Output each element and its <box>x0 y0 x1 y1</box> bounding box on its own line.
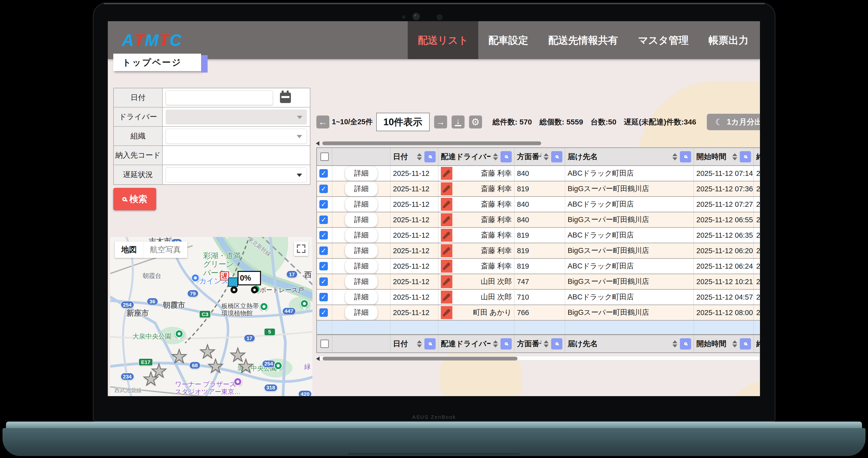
nav-item-4[interactable]: 帳票出力 <box>699 21 758 59</box>
nav-item-1[interactable]: 配車設定 <box>478 21 538 59</box>
sort-icon[interactable] <box>732 153 737 160</box>
sort-icon[interactable] <box>672 153 677 160</box>
edit-pencil-icon[interactable] <box>441 182 452 195</box>
detail-button[interactable]: 詳細 <box>345 181 378 196</box>
delay-status-select[interactable] <box>166 167 307 182</box>
map-place-label: 緑 <box>304 363 311 371</box>
edit-pencil-icon[interactable] <box>441 167 452 180</box>
settings-button[interactable]: ⚙ <box>469 116 482 128</box>
driver-select[interactable] <box>166 110 307 124</box>
detail-button[interactable]: 詳細 <box>345 212 378 227</box>
sort-icon[interactable] <box>544 153 549 160</box>
detail-button[interactable]: 詳細 <box>345 289 378 305</box>
column-search-icon[interactable] <box>551 338 562 349</box>
month-export-button[interactable]: ☾ 1カ月分出力 <box>707 114 760 130</box>
column-search-icon[interactable] <box>740 151 751 162</box>
detail-button[interactable]: 詳細 <box>345 166 378 181</box>
cell-end-time: 2025-11-12 <box>754 181 760 196</box>
column-header-3: 届け先名 <box>565 148 694 165</box>
select-all-checkbox[interactable] <box>320 152 329 161</box>
cell-destination: BigGスーパー町田鶴川店 <box>565 212 694 227</box>
detail-button[interactable]: 詳細 <box>345 197 378 212</box>
nav-item-2[interactable]: 配送先情報共有 <box>538 21 628 59</box>
nav-item-0[interactable]: 配送リスト <box>408 21 478 59</box>
scroll-left-icon[interactable] <box>316 357 320 361</box>
page-size-select[interactable]: 10件表示 <box>376 113 430 131</box>
map-place-label: 大泉中央公園 <box>132 333 172 340</box>
detail-button[interactable]: 詳細 <box>345 228 378 243</box>
edit-pencil-icon[interactable] <box>441 291 452 304</box>
poi-pin-icon[interactable] <box>191 274 199 282</box>
star-marker-icon[interactable]: ★ <box>238 355 254 377</box>
edit-pencil-icon[interactable] <box>441 306 452 319</box>
star-marker-icon[interactable]: ★ <box>143 368 159 389</box>
column-search-icon[interactable] <box>680 151 691 162</box>
sort-icon[interactable] <box>672 340 677 347</box>
table-scrollbar-bottom[interactable] <box>316 356 760 361</box>
star-marker-icon[interactable]: ★ <box>207 355 224 377</box>
cell-end-time: 2025-11-12 <box>754 274 760 289</box>
moon-icon: ☾ <box>715 117 723 127</box>
cell-date: 2025-11-12 <box>391 289 438 305</box>
column-search-icon[interactable] <box>551 151 562 162</box>
nav-item-3[interactable]: マスタ管理 <box>628 21 699 59</box>
scrollbar-thumb[interactable] <box>322 142 541 145</box>
star-marker-icon[interactable]: ★ <box>171 345 187 367</box>
detail-button[interactable]: 詳細 <box>345 243 378 258</box>
row-checkbox[interactable]: ✓ <box>319 185 328 193</box>
row-checkbox[interactable]: ✓ <box>319 293 328 301</box>
date-input[interactable] <box>166 91 273 105</box>
edit-pencil-icon[interactable] <box>441 244 452 257</box>
map[interactable]: 志木市朝霞台朝霞市新座市彩湖・道満 グリーン パークカインズ 朝ボートレース戸板… <box>110 237 312 396</box>
sort-icon[interactable] <box>493 340 498 347</box>
delivery-truck-marker[interactable]: 遅 0% <box>222 269 261 294</box>
table-scrollbar-top[interactable] <box>316 141 760 146</box>
column-search-icon[interactable] <box>500 338 512 349</box>
edit-pencil-icon[interactable] <box>441 260 452 273</box>
sort-icon[interactable] <box>417 153 422 160</box>
detail-button[interactable]: 詳細 <box>345 274 378 289</box>
detail-button[interactable]: 詳細 <box>345 259 378 274</box>
prev-page-button[interactable]: ← <box>316 116 329 128</box>
row-checkbox[interactable]: ✓ <box>319 308 328 317</box>
scrollbar-thumb[interactable] <box>322 357 518 361</box>
map-type-satellite[interactable]: 航空写真 <box>144 242 187 258</box>
road-shield: 17 <box>244 334 255 342</box>
sort-icon[interactable] <box>493 153 498 160</box>
sort-icon[interactable] <box>544 340 549 347</box>
download-button[interactable]: ↓ <box>452 116 465 128</box>
edit-pencil-icon[interactable] <box>441 229 452 242</box>
edit-pencil-icon[interactable] <box>441 275 452 288</box>
edit-pencil-icon[interactable] <box>441 198 452 211</box>
column-search-icon[interactable] <box>500 151 512 162</box>
map-type-map[interactable]: 地図 <box>115 242 144 258</box>
select-all-checkbox[interactable] <box>320 339 329 348</box>
column-search-icon[interactable] <box>740 338 751 349</box>
row-checkbox[interactable]: ✓ <box>319 277 328 286</box>
cell-area-number: 819 <box>515 181 565 196</box>
logo-letter: T <box>159 31 169 50</box>
column-search-icon[interactable] <box>424 151 436 162</box>
row-checkbox[interactable]: ✓ <box>319 246 328 255</box>
calendar-icon[interactable] <box>280 93 291 103</box>
destination-code-input[interactable] <box>163 146 310 165</box>
search-button[interactable]: 検索 <box>113 188 156 210</box>
sort-icon[interactable] <box>732 340 737 347</box>
column-header-4: 開始時間 <box>694 335 754 353</box>
sort-icon[interactable] <box>417 340 422 347</box>
edit-pencil-icon[interactable] <box>441 213 452 226</box>
row-checkbox[interactable]: ✓ <box>319 231 328 240</box>
row-checkbox[interactable]: ✓ <box>319 262 328 270</box>
column-search-icon[interactable] <box>424 338 436 349</box>
poi-pin-icon[interactable] <box>300 299 309 308</box>
cell-destination: ABCドラック町田店 <box>565 197 694 212</box>
detail-button[interactable]: 詳細 <box>345 305 378 320</box>
row-checkbox[interactable]: ✓ <box>319 216 328 224</box>
column-search-icon[interactable] <box>680 338 691 349</box>
scroll-left-icon[interactable] <box>316 141 319 146</box>
organization-select[interactable] <box>166 129 307 144</box>
fullscreen-icon[interactable] <box>294 242 308 256</box>
row-checkbox[interactable]: ✓ <box>319 169 328 178</box>
next-page-button[interactable]: → <box>434 116 447 128</box>
row-checkbox[interactable]: ✓ <box>319 200 328 209</box>
